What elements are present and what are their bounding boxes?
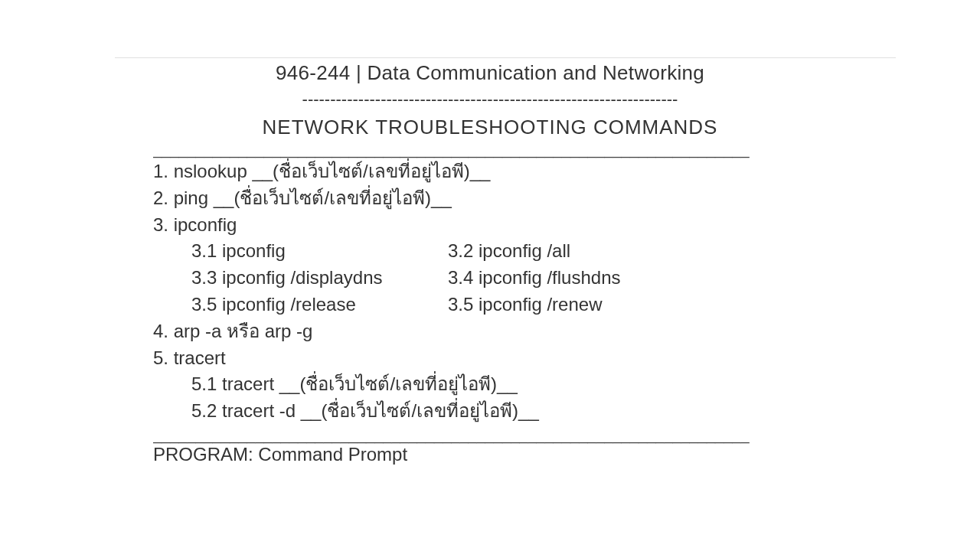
document-page: 946-244 | Data Communication and Network…: [0, 0, 980, 551]
header-block: 946-244 | Data Communication and Network…: [115, 61, 865, 139]
ipconfig-row-2: 3.3 ipconfig /displaydns 3.4 ipconfig /f…: [153, 265, 850, 292]
dash-separator: ----------------------------------------…: [115, 90, 865, 109]
ipconfig-row-1: 3.1 ipconfig 3.2 ipconfig /all: [153, 238, 850, 265]
command-item-3-3: 3.3 ipconfig /displaydns: [191, 265, 448, 292]
command-item-2: 2. ping __(ชื่อเว็บไซต์/เลขที่อยู่ไอพี)_…: [153, 185, 850, 212]
content-block: ________________________________________…: [153, 141, 850, 444]
horizontal-rule-top: ________________________________________…: [153, 141, 850, 158]
command-item-3-1: 3.1 ipconfig: [191, 238, 448, 265]
command-item-3-5: 3.5 ipconfig /release: [191, 292, 448, 318]
command-item-5: 5. tracert: [153, 345, 850, 372]
horizontal-rule-bottom: ________________________________________…: [153, 426, 850, 444]
command-item-1: 1. nslookup __(ชื่อเว็บไซต์/เลขที่อยู่ไอ…: [153, 158, 850, 185]
command-item-5-1: 5.1 tracert __(ชื่อเว็บไซต์/เลขที่อยู่ไอ…: [153, 371, 850, 398]
command-item-3-4: 3.4 ipconfig /flushdns: [448, 265, 704, 292]
course-title: 946-244 | Data Communication and Network…: [115, 61, 865, 85]
program-line: PROGRAM: Command Prompt: [153, 444, 865, 465]
command-item-3-6: 3.5 ipconfig /renew: [448, 292, 704, 318]
command-item-3: 3. ipconfig: [153, 212, 850, 239]
top-border-line: [115, 57, 896, 58]
command-item-3-2: 3.2 ipconfig /all: [448, 238, 704, 265]
command-item-4: 4. arp -a หรือ arp -g: [153, 318, 850, 345]
document-subtitle: NETWORK TROUBLESHOOTING COMMANDS: [115, 116, 865, 139]
ipconfig-row-3: 3.5 ipconfig /release 3.5 ipconfig /rene…: [153, 292, 850, 318]
command-item-5-2: 5.2 tracert -d __(ชื่อเว็บไซต์/เลขที่อยู…: [153, 398, 850, 425]
